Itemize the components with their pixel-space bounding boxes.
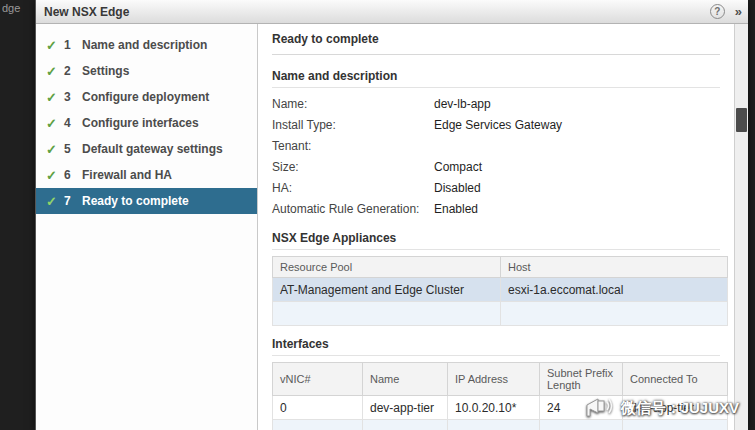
- field-tenant: Tenant:: [272, 136, 720, 157]
- page-title: Ready to complete: [272, 32, 720, 46]
- appliances-header-row: Resource Pool Host: [273, 257, 728, 278]
- step-number: 1: [64, 38, 78, 52]
- step-7-ready-to-complete[interactable]: ✓ 7 Ready to complete: [36, 188, 257, 214]
- dialog-title: New NSX Edge: [44, 5, 129, 19]
- step-label: Settings: [78, 64, 129, 78]
- section-title-appliances: NSX Edge Appliances: [272, 231, 720, 250]
- step-label: Configure interfaces: [78, 116, 199, 130]
- section-title-name-description: Name and description: [272, 69, 720, 88]
- field-label: Automatic Rule Generation:: [272, 199, 434, 220]
- field-value: Disabled: [434, 181, 481, 195]
- field-auto-rule-generation: Automatic Rule Generation:Enabled: [272, 199, 720, 220]
- step-label: Name and description: [78, 38, 207, 52]
- step-number: 2: [64, 64, 78, 78]
- cell-ip-address: 10.0.20.10*: [448, 396, 540, 420]
- step-number: 6: [64, 168, 78, 182]
- step-4-configure-interfaces[interactable]: ✓ 4 Configure interfaces: [36, 110, 257, 136]
- column-header-ip-address: IP Address: [448, 363, 540, 396]
- column-header-host: Host: [501, 257, 728, 278]
- dialog-titlebar: New NSX Edge ? »: [36, 0, 748, 24]
- check-icon: ✓: [46, 64, 64, 79]
- new-nsx-edge-dialog: New NSX Edge ? » ✓ 1 Name and descriptio…: [35, 0, 748, 430]
- cell-prefix-length: 24: [540, 396, 623, 420]
- column-header-subnet-prefix-length: Subnet Prefix Length: [540, 363, 623, 396]
- check-icon: ✓: [46, 142, 64, 157]
- cell-vnic: 0: [273, 396, 363, 420]
- divider: [272, 54, 720, 55]
- appliance-table-row[interactable]: AT-Management and Edge Cluster esxi-1a.e…: [273, 278, 728, 302]
- step-3-configure-deployment[interactable]: ✓ 3 Configure deployment: [36, 84, 257, 110]
- wizard-steps-sidebar: ✓ 1 Name and description ✓ 2 Settings ✓ …: [36, 24, 258, 430]
- content-panel: Ready to complete Name and description N…: [258, 24, 734, 430]
- background-window-text: dge: [2, 2, 20, 14]
- table-row-empty: [273, 302, 728, 326]
- field-value: Compact: [434, 160, 482, 174]
- step-6-firewall-and-ha[interactable]: ✓ 6 Firewall and HA: [36, 162, 257, 188]
- column-header-connected-to: Connected To: [623, 363, 728, 396]
- column-header-name: Name: [363, 363, 448, 396]
- column-header-vnic: vNIC#: [273, 363, 363, 396]
- scrollbar-thumb[interactable]: [736, 108, 747, 132]
- step-label: Ready to complete: [78, 194, 189, 208]
- field-label: Size:: [272, 157, 434, 178]
- check-icon: ✓: [46, 38, 64, 53]
- check-icon: ✓: [46, 116, 64, 131]
- interface-table-row[interactable]: 0 dev-app-tier 10.0.20.10* 24 dev-app-ti…: [273, 396, 728, 420]
- step-2-settings[interactable]: ✓ 2 Settings: [36, 58, 257, 84]
- vertical-scrollbar[interactable]: [734, 24, 748, 430]
- field-size: Size:Compact: [272, 157, 720, 178]
- cell-host: esxi-1a.eccomat.local: [501, 278, 728, 302]
- check-icon: ✓: [46, 90, 64, 105]
- field-label: Name:: [272, 94, 434, 115]
- step-number: 5: [64, 142, 78, 156]
- field-label: HA:: [272, 178, 434, 199]
- step-label: Configure deployment: [78, 90, 209, 104]
- field-install-type: Install Type:Edge Services Gateway: [272, 115, 720, 136]
- collapse-icon[interactable]: »: [735, 4, 740, 19]
- field-ha: HA:Disabled: [272, 178, 720, 199]
- column-header-resource-pool: Resource Pool: [273, 257, 501, 278]
- cell-name: dev-app-tier: [363, 396, 448, 420]
- interfaces-table: vNIC# Name IP Address Subnet Prefix Leng…: [272, 362, 728, 430]
- step-number: 7: [64, 194, 78, 208]
- cell-connected-to: dev-app-tier: [623, 396, 728, 420]
- field-name: Name:dev-lb-app: [272, 94, 720, 115]
- step-label: Default gateway settings: [78, 142, 223, 156]
- help-icon[interactable]: ?: [710, 4, 725, 19]
- step-label: Firewall and HA: [78, 168, 172, 182]
- check-icon: ✓: [46, 194, 64, 209]
- check-icon: ✓: [46, 168, 64, 183]
- step-1-name-and-description[interactable]: ✓ 1 Name and description: [36, 32, 257, 58]
- step-number: 3: [64, 90, 78, 104]
- interfaces-header-row: vNIC# Name IP Address Subnet Prefix Leng…: [273, 363, 728, 396]
- table-row-empty: [273, 420, 728, 430]
- field-value: dev-lb-app: [434, 97, 491, 111]
- field-label: Install Type:: [272, 115, 434, 136]
- field-value: Edge Services Gateway: [434, 118, 562, 132]
- field-value: Enabled: [434, 202, 478, 216]
- field-label: Tenant:: [272, 136, 434, 157]
- section-title-interfaces: Interfaces: [272, 337, 720, 356]
- appliances-table: Resource Pool Host AT-Management and Edg…: [272, 256, 728, 326]
- cell-resource-pool: AT-Management and Edge Cluster: [273, 278, 501, 302]
- step-5-default-gateway-settings[interactable]: ✓ 5 Default gateway settings: [36, 136, 257, 162]
- step-number: 4: [64, 116, 78, 130]
